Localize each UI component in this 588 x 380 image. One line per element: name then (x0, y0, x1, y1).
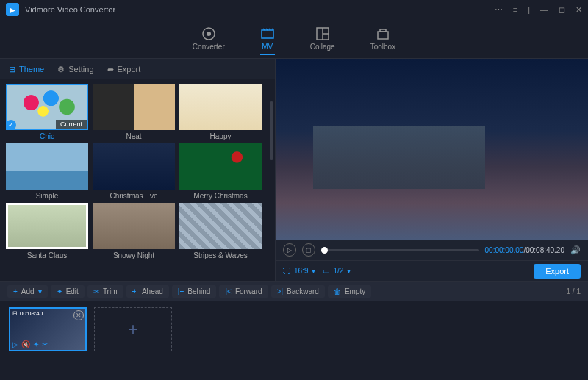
behind-button[interactable]: |+Behind (172, 285, 217, 298)
stop-button[interactable]: ▢ (302, 243, 315, 257)
clip-trim-icon[interactable]: ✂ (42, 340, 48, 348)
app-logo: ▶ (6, 3, 19, 16)
nav-label: Collage (310, 43, 335, 51)
add-clip-button[interactable]: + (94, 307, 172, 351)
aspect-icon: ⛶ (283, 267, 290, 275)
clip-edit-icon[interactable]: ✦ (33, 340, 39, 348)
gear-icon: ⚙ (57, 65, 65, 74)
clip-play-icon[interactable]: ▷ (12, 340, 18, 348)
nav-collage[interactable]: Collage (310, 26, 335, 51)
backward-icon: >| (277, 287, 283, 295)
svg-rect-2 (262, 30, 273, 38)
tool-label: Empty (345, 287, 365, 295)
theme-thumb-neat[interactable] (93, 84, 175, 130)
tool-label: Add (21, 287, 35, 295)
frame-value: 1/2 (333, 267, 343, 275)
trim-button[interactable]: ✂Trim (87, 285, 123, 298)
export-icon: ➦ (107, 65, 114, 74)
tool-label: Backward (287, 287, 319, 295)
svg-point-1 (207, 32, 211, 36)
plus-icon: + (13, 287, 18, 295)
subtab-label: Theme (19, 65, 44, 74)
theme-thumb-santa[interactable] (6, 203, 88, 249)
empty-button[interactable]: 🗑Empty (328, 285, 371, 298)
svg-rect-6 (378, 32, 388, 39)
page-indicator: 1 / 1 (567, 287, 581, 295)
close-icon[interactable]: ✕ (576, 5, 582, 15)
nav-label: MV (262, 43, 273, 51)
time-total: /00:08:40.20 (523, 246, 564, 254)
theme-label: Simple (36, 192, 59, 200)
volume-icon[interactable]: 🔊 (570, 245, 581, 255)
chevron-down-icon: ▾ (347, 267, 351, 275)
mv-icon (260, 26, 275, 41)
timeline-clip[interactable]: ⊞00:08:40 ✕ ▷ 🔇 ✦ ✂ (9, 307, 87, 351)
frame-icon: ▭ (323, 267, 329, 275)
theme-label: Merry Christmas (193, 192, 247, 200)
theme-label: Stripes & Waves (193, 251, 248, 259)
converter-icon (201, 26, 216, 41)
play-button[interactable]: ▷ (283, 243, 296, 257)
collage-icon (315, 26, 330, 41)
theme-thumb-chic[interactable]: Current ✓ (6, 84, 88, 130)
edit-button[interactable]: ✦Edit (51, 285, 85, 298)
clip-mute-icon[interactable]: 🔇 (21, 340, 30, 348)
ahead-button[interactable]: +|Ahead (126, 285, 169, 298)
chevron-down-icon: ▾ (38, 287, 42, 295)
tool-label: Ahead (142, 287, 163, 295)
forward-icon: |< (225, 287, 231, 295)
maximize-icon[interactable]: ◻ (559, 5, 565, 15)
trash-icon: 🗑 (334, 287, 341, 295)
progress-bar[interactable] (321, 249, 479, 251)
aspect-ratio-select[interactable]: ⛶ 16:9 ▾ (283, 267, 315, 275)
wand-icon: ✦ (57, 287, 62, 295)
svg-rect-7 (380, 29, 386, 32)
toolbox-icon (376, 26, 390, 41)
backward-button[interactable]: >|Backward (271, 285, 325, 298)
export-button[interactable]: Export (534, 264, 581, 279)
theme-thumb-xmas-eve[interactable] (93, 143, 175, 190)
theme-label: Christmas Eve (110, 192, 157, 200)
nav-toolbox[interactable]: Toolbox (370, 26, 395, 51)
clip-remove-button[interactable]: ✕ (74, 310, 84, 320)
scissors-icon: ✂ (93, 287, 99, 295)
themes-scrollbar[interactable] (270, 101, 273, 160)
film-icon: ⊞ (12, 310, 18, 317)
ahead-icon: +| (132, 287, 138, 295)
progress-handle[interactable] (321, 247, 328, 254)
divider: | (528, 5, 530, 15)
current-tag: Current (56, 120, 87, 129)
subtab-setting[interactable]: ⚙ Setting (57, 65, 93, 74)
feedback-icon[interactable]: ⋯ (495, 5, 503, 15)
theme-icon: ⊞ (9, 65, 15, 74)
subtab-export[interactable]: ➦ Export (107, 65, 141, 74)
chevron-down-icon: ▾ (312, 267, 315, 275)
nav-mv[interactable]: MV (260, 26, 275, 55)
theme-label: Santa Claus (27, 251, 67, 259)
tool-label: Trim (103, 287, 118, 295)
app-title: Vidmore Video Converter (25, 5, 115, 14)
nav-converter[interactable]: Converter (193, 26, 225, 51)
aspect-value: 16:9 (294, 267, 308, 275)
theme-thumb-happy[interactable] (179, 84, 262, 130)
frame-select[interactable]: ▭ 1/2 ▾ (323, 267, 351, 275)
time-display: 00:00:00.00/00:08:40.20 (485, 246, 564, 254)
nav-label: Converter (193, 43, 225, 51)
behind-icon: |+ (178, 287, 184, 295)
theme-thumb-simple[interactable] (6, 143, 88, 190)
video-preview (276, 59, 588, 240)
tool-label: Forward (235, 287, 262, 295)
theme-thumb-snowy[interactable] (93, 203, 175, 249)
theme-label: Snowy Night (113, 251, 154, 259)
theme-label: Neat (126, 132, 141, 140)
minimize-icon[interactable]: — (540, 5, 548, 15)
theme-thumb-stripes[interactable] (179, 203, 262, 249)
menu-icon[interactable]: ≡ (513, 5, 517, 15)
theme-label: Happy (210, 132, 232, 140)
theme-thumb-merry[interactable] (179, 143, 262, 190)
add-button[interactable]: +Add▾ (7, 285, 48, 298)
nav-label: Toolbox (370, 43, 395, 51)
clip-duration: ⊞00:08:40 (12, 310, 43, 317)
forward-button[interactable]: |<Forward (219, 285, 268, 298)
subtab-theme[interactable]: ⊞ Theme (9, 65, 44, 74)
